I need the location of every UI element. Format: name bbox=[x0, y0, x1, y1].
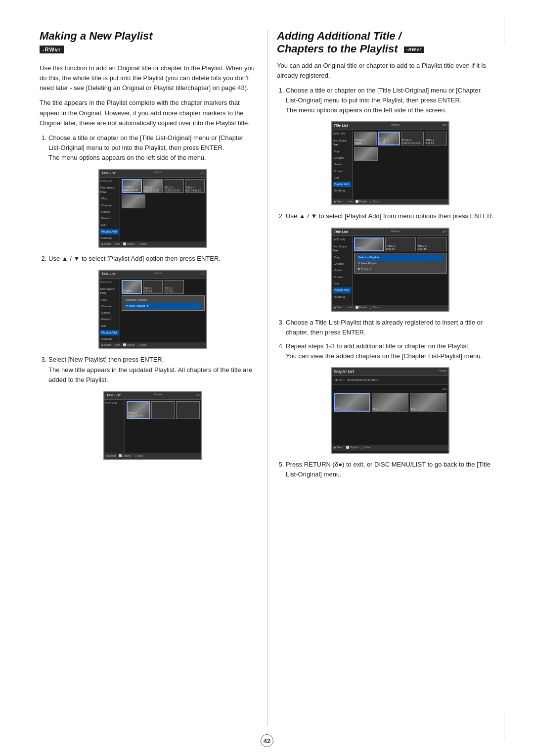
r-menu-play-2: Play bbox=[333, 255, 351, 260]
dvd-main-area-3: TITLE 101/01 0:07:42 bbox=[125, 400, 201, 459]
r-dvd-header-3: Chapter List Playlist bbox=[332, 368, 448, 376]
menu-play: Play bbox=[100, 196, 119, 201]
menu-protect-2: Protect bbox=[100, 317, 119, 322]
dvd-selected-thumb bbox=[122, 194, 145, 208]
right-dvd-screen-1: Title List Original 3/4 DVD+VR Disc Spac… bbox=[331, 121, 449, 205]
left-dvd-screen-3: Title List Playlist 1/1 DVD+VR bbox=[103, 391, 202, 460]
dvd-thumb-2-2: TITLE 20:10:10 bbox=[143, 280, 163, 294]
right-step-3: Choose a Title List-Playlist that is alr… bbox=[286, 318, 494, 337]
right-steps: Choose a title or chapter on the [Title … bbox=[286, 86, 494, 479]
r-dvd-header-1: Title List Original 3/4 bbox=[332, 122, 448, 130]
menu-edit-2: Edit bbox=[100, 324, 119, 329]
page-border-bottom bbox=[504, 711, 504, 741]
right-badge: -RWvr bbox=[404, 47, 424, 53]
r2-new-playlist: ⟳ New Playlist bbox=[357, 261, 444, 266]
r-dvd-thumbs-1: TITLE 101/01 TITLE 201/01 TITLE 30:00:10… bbox=[354, 132, 447, 145]
r-menu-protect-2: Protect bbox=[333, 275, 351, 280]
dvd-body: DVD+VR Disc Space:Free Play Chapter Dele… bbox=[99, 178, 206, 247]
r-menu-dubbing-2: Dubbing bbox=[333, 294, 351, 300]
right-intro: You can add an Original title or chapter… bbox=[277, 61, 494, 81]
r-dvd-main-2: TITLE 1 TITLE 30:00:10 TITLE 30:01+15 bbox=[353, 236, 448, 310]
chapter-info-bar: TITLE 1 01/01/2005 Sat 0:00:09 bbox=[332, 376, 448, 385]
dvd-popup: Select a Playlist ⟳ New Playlist ◄ bbox=[122, 295, 205, 311]
left-step-2: Use ▲ / ▼ to select [Playlist Add] optio… bbox=[48, 254, 257, 349]
dvd-pl-thumb-2 bbox=[151, 401, 175, 419]
chapter-main: 3/3 ch.1 ch.2 ch.3 bbox=[332, 385, 448, 445]
menu-playlist-add: Playlist Add bbox=[100, 229, 119, 235]
menu-delete: Delete bbox=[100, 209, 119, 215]
dvd-thumb-1: TITLE 101/01 0:07:42 bbox=[122, 179, 142, 193]
dvd-header-3: Title List Playlist 1/1 bbox=[104, 392, 201, 400]
r2-title1: ■ TITLE 1 bbox=[357, 266, 444, 272]
dvd-bottom-bar: ◉ Select □ Info ⬜ Playlist △ Close bbox=[99, 241, 206, 247]
right-title: Adding Additional Title / Chapters to th… bbox=[277, 30, 494, 56]
r-dvd-sidebar-2: DVD+VR Disc Space:Free Play Chapter Dele… bbox=[332, 236, 353, 310]
r-menu-playlist-add-2: Playlist Add bbox=[333, 287, 351, 293]
dvd-pl-thumb-3 bbox=[176, 401, 200, 419]
r-bottom-bar-2: ◉ Select □ Info ⬜ Playlist △ Close bbox=[332, 305, 448, 311]
right-dvd-screen-3: Chapter List Playlist TITLE 1 01/01/2005… bbox=[331, 367, 449, 454]
r2-thumb-3: TITLE 30:01+15 bbox=[417, 237, 447, 251]
menu-dubbing: Dubbing bbox=[100, 236, 119, 241]
r-dvd-body-1: DVD+VR Disc Space:Free Play Chapter Dele… bbox=[332, 130, 448, 204]
dvd-thumb-2-3: TITLE 10:07:45 bbox=[164, 280, 184, 294]
dvd-header-2: Title List Original 1/4 bbox=[99, 271, 206, 279]
left-intro-1: Use this function to add an Original tit… bbox=[40, 63, 257, 93]
r-thumb-4: TITLE 40:01:15 bbox=[425, 132, 447, 145]
dvd-body-3: DVD+VR TITLE 101/01 0:07:42 bbox=[104, 400, 201, 459]
popup-new-playlist: ⟳ New Playlist ◄ bbox=[125, 303, 202, 309]
right-step-5: Press RETURN (δ●) to exit, or DISC MENU/… bbox=[286, 460, 494, 479]
left-badge: -RWvr bbox=[40, 46, 64, 53]
menu-play-2: Play bbox=[100, 297, 119, 303]
chapter-thumbs: ch.1 ch.2 ch.3 bbox=[334, 393, 446, 412]
r-bottom-bar-1: ◉ Select □ Info ⬜ Playlist △ Close bbox=[332, 199, 448, 205]
r-thumb-1: TITLE 101/01 bbox=[354, 132, 377, 145]
r-menu-chapter: Chapter bbox=[333, 155, 351, 161]
left-dvd-screen-1: Title List Original 1/4 DVD+VR Disc Spac… bbox=[98, 169, 207, 248]
menu-chapter: Chapter bbox=[100, 203, 119, 208]
ch-thumb-2: ch.2 bbox=[372, 393, 408, 412]
dvd-bottom-bar-2: ◉ Select □ Info ⬜ Playlist △ Close bbox=[99, 342, 206, 348]
left-step-3: Select [New Playlist] then press ENTER. … bbox=[48, 355, 257, 460]
ch-thumb-1: ch.1 bbox=[334, 393, 370, 412]
left-steps: Choose a title or chapter on the [Title … bbox=[48, 133, 257, 460]
page-border-top bbox=[504, 15, 504, 45]
r-thumb-2: TITLE 201/01 bbox=[378, 132, 400, 145]
r2-thumb-2: TITLE 30:00:10 bbox=[385, 237, 415, 251]
right-step-1: Choose a title or chapter on the [Title … bbox=[286, 86, 494, 205]
dvd-bottom-bar-3: ◉ Select ⬜ Original △ Close bbox=[104, 453, 201, 459]
menu-dubbing-2: Dubbing bbox=[100, 336, 119, 342]
r-menu-protect: Protect bbox=[333, 169, 351, 174]
r-dvd-body-2: DVD+VR Disc Space:Free Play Chapter Dele… bbox=[332, 236, 448, 310]
left-column: Making a New Playlist -RWvr Use this fun… bbox=[40, 30, 257, 484]
r-dvd-header-2: Title List Original 3/4 bbox=[332, 229, 448, 236]
page-number: 42 bbox=[261, 734, 273, 747]
r-selected-thumb bbox=[354, 147, 378, 161]
r-dvd-sidebar-1: DVD+VR Disc Space:Free Play Chapter Dele… bbox=[332, 130, 353, 204]
page-divider bbox=[267, 30, 267, 726]
dvd-main-area: TITLE 101/01 0:07:42 TITLE 201/01 0:10:1… bbox=[120, 178, 206, 247]
menu-chapter-2: Chapter bbox=[100, 304, 119, 309]
r-dvd-thumbs-2: TITLE 1 TITLE 30:00:10 TITLE 30:01+15 bbox=[354, 237, 447, 251]
dvd-thumb-grid: TITLE 101/01 0:07:42 bbox=[127, 401, 200, 419]
dvd-header: Title List Original 1/4 bbox=[99, 170, 206, 178]
left-step-1: Choose a title or chapter on the [Title … bbox=[48, 133, 257, 248]
popup-select-playlist: Select a Playlist bbox=[125, 297, 202, 303]
r-menu-dubbing: Dubbing bbox=[333, 188, 351, 193]
r2-select-playlist: Select a Playlist bbox=[357, 255, 444, 260]
r-thumb-3: TITLE 30:00:10 0:01+15 bbox=[401, 132, 424, 145]
dvd-thumbnails-2: TITLE 1 TITLE 20:10:10 TITLE 10:07:45 bbox=[122, 280, 205, 294]
left-dvd-screen-2: Title List Original 1/4 DVD+VR Disc Spac… bbox=[98, 270, 207, 349]
menu-delete-2: Delete bbox=[100, 310, 119, 316]
r-menu-edit: Edit bbox=[333, 175, 351, 181]
right-column: Adding Additional Title / Chapters to th… bbox=[277, 30, 494, 484]
r2-dvd-popup: Select a Playlist ⟳ New Playlist ■ TITLE… bbox=[354, 253, 447, 274]
r-menu-play: Play bbox=[333, 149, 351, 154]
left-intro-2: The title appears in the Playlist comple… bbox=[40, 98, 257, 128]
dvd-sidebar-2: DVD+VR Disc Space:Free Play Chapter Dele… bbox=[99, 279, 120, 348]
dvd-thumb-2-1: TITLE 1 bbox=[122, 280, 142, 294]
menu-protect: Protect bbox=[100, 216, 119, 221]
dvd-thumbnails: TITLE 101/01 0:07:42 TITLE 201/01 0:10:1… bbox=[122, 179, 205, 193]
dvd-thumb-3: TITLE 301/01 0:07:42 bbox=[164, 179, 184, 193]
r2-thumb-1: TITLE 1 bbox=[354, 237, 384, 251]
